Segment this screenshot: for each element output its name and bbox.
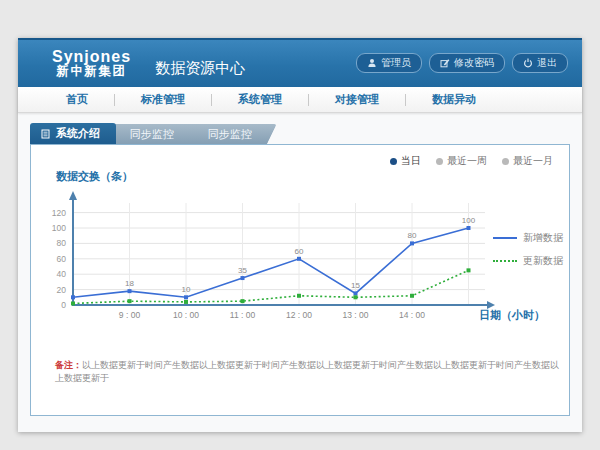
svg-text:20: 20 (57, 285, 67, 295)
svg-text:40: 40 (57, 269, 67, 279)
svg-text:60: 60 (295, 247, 304, 256)
filter-today-label: 当日 (401, 154, 421, 168)
x-axis-title: 日期（小时） (479, 308, 545, 323)
filter-last-month-label: 最近一月 (513, 154, 553, 168)
change-password-button[interactable]: 修改密码 (429, 53, 505, 73)
nav-item-data-change[interactable]: 数据异动 (406, 92, 502, 107)
logout-button[interactable]: 退出 (512, 53, 568, 73)
company-logo[interactable]: Synjones 新中新集团 (52, 48, 131, 79)
tab-system-intro[interactable]: 系统介绍 (30, 123, 116, 144)
tab-sync-monitor-1-label: 同步监控 (130, 127, 174, 142)
content-area: 系统介绍 同步监控 同步监控 当日 最近一周 (18, 113, 582, 432)
dotted-line-swatch-icon (493, 260, 517, 262)
line-chart: 0204060801001209 : 0010 : 0011 : 0012 : … (45, 187, 515, 332)
document-icon (41, 129, 50, 139)
filter-last-week-radio[interactable]: 最近一周 (436, 154, 487, 168)
svg-text:14 : 00: 14 : 00 (399, 310, 425, 320)
legend-new-data-label: 新增数据 (523, 231, 563, 245)
tab-sync-monitor-2-label: 同步监控 (208, 127, 252, 142)
logout-label: 退出 (537, 56, 557, 70)
logo-company-name: 新中新集团 (52, 65, 131, 79)
nav-item-home[interactable]: 首页 (40, 92, 114, 107)
app-window: Synjones 新中新集团 数据资源中心 管理员 修改密码 退出 首页 标准管… (18, 38, 582, 432)
svg-text:15: 15 (351, 281, 360, 290)
chart-panel: 当日 最近一周 最近一月 数据交换（条） 0204060801001209 : … (30, 144, 570, 416)
svg-text:9 : 00: 9 : 00 (119, 310, 141, 320)
user-icon (367, 58, 377, 68)
nav-item-standard-mgmt[interactable]: 标准管理 (115, 92, 211, 107)
admin-user-button[interactable]: 管理员 (356, 53, 422, 73)
nav-item-interface-mgmt[interactable]: 对接管理 (309, 92, 405, 107)
svg-text:100: 100 (462, 216, 476, 225)
chart-legend: 新增数据 更新数据 (493, 231, 563, 268)
svg-text:11 : 00: 11 : 00 (230, 310, 256, 320)
svg-text:80: 80 (57, 238, 67, 248)
radio-dot-icon (436, 158, 443, 165)
power-icon (523, 58, 533, 68)
filter-last-month-radio[interactable]: 最近一月 (502, 154, 553, 168)
time-range-filter: 当日 最近一周 最近一月 (390, 154, 553, 168)
page-title: 数据资源中心 (155, 49, 245, 78)
radio-dot-selected-icon (390, 158, 397, 165)
svg-text:80: 80 (408, 231, 417, 240)
edit-icon (440, 58, 450, 68)
svg-text:60: 60 (57, 254, 67, 264)
tab-sync-monitor-1[interactable]: 同步监控 (103, 124, 199, 144)
tab-bar: 系统介绍 同步监控 同步监控 (30, 123, 570, 144)
tab-system-intro-label: 系统介绍 (56, 126, 100, 141)
admin-user-label: 管理员 (381, 56, 411, 70)
svg-text:10: 10 (182, 285, 191, 294)
y-axis-title: 数据交换（条） (56, 169, 133, 184)
svg-text:10 : 00: 10 : 00 (173, 310, 199, 320)
solid-line-swatch-icon (493, 237, 517, 239)
svg-text:100: 100 (52, 223, 66, 233)
header-actions: 管理员 修改密码 退出 (356, 53, 568, 73)
footnote-label: 备注： (55, 360, 82, 370)
footnote: 备注：以上数据更新于时间产生数据以上数据更新于时间产生数据以上数据更新于时间产生… (55, 359, 565, 384)
footnote-text: 以上数据更新于时间产生数据以上数据更新于时间产生数据以上数据更新于时间产生数据以… (55, 360, 559, 383)
legend-item-updated-data: 更新数据 (493, 254, 563, 268)
app-header: Synjones 新中新集团 数据资源中心 管理员 修改密码 退出 (18, 38, 582, 87)
svg-text:120: 120 (52, 208, 66, 218)
radio-dot-icon (502, 158, 509, 165)
change-password-label: 修改密码 (454, 56, 494, 70)
nav-item-system-mgmt[interactable]: 系统管理 (212, 92, 308, 107)
svg-text:18: 18 (125, 279, 134, 288)
legend-updated-data-label: 更新数据 (523, 254, 563, 268)
legend-item-new-data: 新增数据 (493, 231, 563, 245)
svg-text:35: 35 (238, 266, 247, 275)
filter-last-week-label: 最近一周 (447, 154, 487, 168)
main-nav: 首页 标准管理 系统管理 对接管理 数据异动 (18, 87, 582, 113)
svg-text:13 : 00: 13 : 00 (343, 310, 369, 320)
svg-text:12 : 00: 12 : 00 (286, 310, 312, 320)
logo-brand-text: Synjones (52, 48, 131, 66)
svg-text:0: 0 (61, 300, 66, 310)
filter-today-radio[interactable]: 当日 (390, 154, 421, 168)
